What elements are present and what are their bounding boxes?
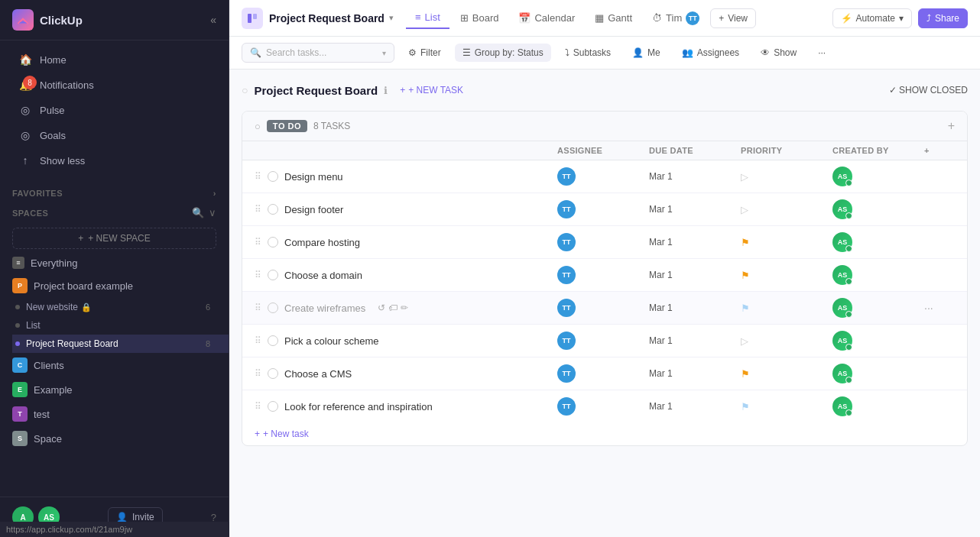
groupby-button[interactable]: ☰ Group by: Status <box>455 44 551 62</box>
spaces-title: SPACES <box>12 209 48 218</box>
gantt-tab-icon: ▦ <box>595 12 604 24</box>
assignees-button[interactable]: 👥 Assignees <box>674 44 747 62</box>
due-date-cell: Mar 1 <box>649 204 741 215</box>
table-row[interactable]: ⠿ Choose a CMS TT Mar 1 ⚑ AS <box>242 357 967 390</box>
show-button[interactable]: 👁 Show <box>753 44 804 62</box>
sidebar-item-space[interactable]: S Space <box>0 426 229 451</box>
task-checkbox[interactable] <box>268 270 278 280</box>
task-name: Compare hosting <box>284 237 360 248</box>
drag-handle[interactable]: ⠿ <box>255 335 261 346</box>
everything-label: Everything <box>31 257 77 269</box>
board-tab-icon: ⊞ <box>460 12 469 24</box>
chevron-down-icon[interactable]: ∨ <box>209 207 216 218</box>
sidebar-item-goals[interactable]: ◎ Goals <box>6 123 222 147</box>
list-tab-label: List <box>425 11 440 23</box>
task-checkbox[interactable] <box>268 302 278 313</box>
new-task-button[interactable]: + + NEW TASK <box>394 82 469 99</box>
tab-gantt[interactable]: ▦ Gantt <box>586 8 641 28</box>
me-label: Me <box>647 47 660 58</box>
tag-icon[interactable]: 🏷 <box>388 302 398 313</box>
table-row[interactable]: ⠿ Compare hosting TT Mar 1 ⚑ AS <box>242 226 967 259</box>
add-column-button[interactable]: + <box>948 119 955 133</box>
sidebar-item-new-website[interactable]: New website 🔒 6 <box>12 298 229 316</box>
automate-button[interactable]: ⚡ Automate ▾ <box>832 8 912 28</box>
tab-calendar[interactable]: 📅 Calendar <box>509 8 584 28</box>
subtasks-button[interactable]: ⤵ Subtasks <box>557 44 618 62</box>
sidebar-item-project-board[interactable]: P Project board example <box>0 273 229 298</box>
table-row[interactable]: ⠿ Pick a colour scheme TT Mar 1 ▷ AS <box>242 325 967 357</box>
filter-button[interactable]: ⚙ Filter <box>401 44 449 62</box>
retry-icon[interactable]: ↺ <box>378 302 385 313</box>
table-row[interactable]: ⠿ Look for reference and inspiration TT … <box>242 390 967 422</box>
task-checkbox[interactable] <box>268 237 278 247</box>
collapse-group-icon[interactable]: ○ <box>255 121 261 132</box>
collapse-button[interactable]: « <box>210 14 216 26</box>
view-button[interactable]: + View <box>710 8 756 28</box>
groupby-label: Group by: Status <box>475 47 544 58</box>
three-dots-icon[interactable]: ··· <box>924 302 933 314</box>
project-request-board-label: Project Request Board <box>26 338 118 349</box>
table-row[interactable]: ⠿ Create wireframes ↺ 🏷 ✏ TT Mar 1 ⚑ AS … <box>242 292 967 325</box>
sidebar-item-notifications[interactable]: 🔔 8 Notifications <box>6 73 222 97</box>
board-title-area[interactable]: Project Request Board ▾ <box>269 12 394 24</box>
task-actions: ↺ 🏷 ✏ <box>378 302 408 313</box>
me-icon: 👤 <box>632 47 644 58</box>
assignee-cell: TT <box>557 299 649 317</box>
task-name-cell: ⠿ Create wireframes ↺ 🏷 ✏ <box>255 302 557 314</box>
favorites-caret[interactable]: › <box>213 189 216 198</box>
share-button[interactable]: ⤴ Share <box>918 8 968 28</box>
task-checkbox[interactable] <box>268 204 278 215</box>
plus-icon: + <box>78 233 83 244</box>
me-button[interactable]: 👤 Me <box>625 44 668 62</box>
collapse-project-icon[interactable]: ○ <box>242 84 248 96</box>
info-icon[interactable]: ℹ <box>384 85 388 96</box>
logo-icon <box>12 9 34 31</box>
edit-icon[interactable]: ✏ <box>401 302 408 313</box>
sidebar-item-clients[interactable]: C Clients <box>0 353 229 377</box>
task-checkbox[interactable] <box>268 368 278 379</box>
task-checkbox[interactable] <box>268 335 278 346</box>
show-closed-button[interactable]: ✓ SHOW CLOSED <box>889 85 968 95</box>
logo-area: ClickUp <box>12 9 83 31</box>
sidebar-item-project-request-board[interactable]: Project Request Board 8 <box>12 335 229 353</box>
search-icon[interactable]: 🔍 <box>192 207 204 218</box>
task-checkbox[interactable] <box>268 171 278 182</box>
drag-handle[interactable]: ⠿ <box>255 302 261 313</box>
tab-list[interactable]: ≡ List <box>406 7 449 29</box>
task-name: Create wireframes <box>284 302 365 314</box>
table-row[interactable]: ⠿ Choose a domain TT Mar 1 ⚑ AS <box>242 259 967 292</box>
drag-handle[interactable]: ⠿ <box>255 171 261 182</box>
drag-handle[interactable]: ⠿ <box>255 204 261 215</box>
sidebar-item-everything[interactable]: ≡ Everything <box>0 252 229 273</box>
table-row[interactable]: ⠿ Design menu TT Mar 1 ▷ AS <box>242 160 967 193</box>
tree-dot-active <box>15 341 20 346</box>
task-name: Design footer <box>284 204 343 215</box>
task-name: Design menu <box>284 171 343 183</box>
sidebar-item-home[interactable]: 🏠 Home <box>6 47 222 72</box>
sidebar-item-test[interactable]: T test <box>0 402 229 426</box>
drag-handle[interactable]: ⠿ <box>255 270 261 280</box>
task-checkbox[interactable] <box>268 401 278 412</box>
sidebar-item-show-less[interactable]: ↑ Show less <box>6 148 222 173</box>
col-assignee-header: ASSIGNEE <box>557 146 649 155</box>
tab-board[interactable]: ⊞ Board <box>451 8 508 28</box>
favorites-label: FAVORITES <box>12 189 63 198</box>
more-options-button[interactable]: ··· <box>810 44 833 62</box>
drag-handle[interactable]: ⠿ <box>255 368 261 379</box>
add-task-row[interactable]: + + New task <box>242 422 967 445</box>
drag-handle[interactable]: ⠿ <box>255 401 261 412</box>
sidebar-item-example[interactable]: E Example <box>0 377 229 402</box>
search-box[interactable]: 🔍 Search tasks... ▾ <box>242 43 394 63</box>
sidebar-item-list[interactable]: List <box>12 316 229 335</box>
col-add-header[interactable]: + <box>924 146 955 155</box>
new-space-button[interactable]: + + NEW SPACE <box>12 228 216 249</box>
created-by-avatar: AS <box>832 331 852 351</box>
tab-timeline[interactable]: ⏱ Tim TT <box>643 7 709 30</box>
favorites-section: FAVORITES › <box>0 180 229 201</box>
sidebar-item-pulse[interactable]: ◎ Pulse <box>6 98 222 122</box>
goals-icon: ◎ <box>18 129 32 141</box>
board-icon <box>242 8 263 29</box>
filter-label: Filter <box>420 47 441 58</box>
table-row[interactable]: ⠿ Design footer TT Mar 1 ▷ AS <box>242 193 967 226</box>
drag-handle[interactable]: ⠿ <box>255 237 261 247</box>
